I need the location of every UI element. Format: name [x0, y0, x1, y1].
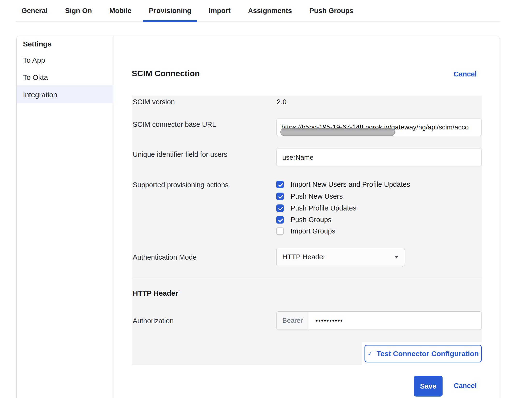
scim-settings-panel: SCIM version 2.0 SCIM connector base URL… — [132, 96, 482, 365]
checkbox-label: Import Groups — [291, 227, 335, 235]
checkbox-label: Push New Users — [291, 192, 343, 200]
test-connector-button-label: Test Connector Configuration — [377, 350, 479, 358]
section-divider — [132, 278, 482, 278]
base-url-visible-text: /gateway/ng/api/scim/acco — [389, 123, 469, 131]
provisioning-settings-page: General Sign On Mobile Provisioning Impo… — [0, 0, 532, 398]
checkbox-label: Push Groups — [291, 216, 331, 224]
http-header-section-title: HTTP Header — [133, 289, 178, 297]
checkbox-row-import-new-users[interactable]: Import New Users and Profile Updates — [276, 180, 410, 188]
base-url-label: SCIM connector base URL — [133, 120, 216, 128]
checkbox-row-import-groups[interactable]: Import Groups — [276, 227, 335, 235]
checkbox-import-new-users[interactable] — [276, 181, 284, 188]
checkbox-push-groups[interactable] — [276, 216, 284, 224]
tab-import[interactable]: Import — [203, 0, 236, 22]
checkbox-push-profile-updates[interactable] — [276, 204, 284, 212]
bearer-token-input[interactable]: •••••••••• — [309, 312, 481, 330]
check-icon: ✓ — [367, 350, 373, 357]
checkbox-row-push-groups[interactable]: Push Groups — [276, 216, 331, 224]
save-button[interactable]: Save — [414, 376, 443, 397]
tab-general[interactable]: General — [16, 0, 53, 22]
checkbox-label: Push Profile Updates — [291, 204, 356, 212]
sidebar-item-to-okta[interactable]: To Okta — [23, 73, 48, 82]
authorization-input-group: Bearer •••••••••• — [276, 311, 482, 330]
tab-assignments[interactable]: Assignments — [242, 0, 298, 22]
page-title: SCIM Connection — [132, 69, 200, 78]
auth-mode-select[interactable]: HTTP Header — [276, 248, 405, 266]
tab-mobile[interactable]: Mobile — [103, 0, 137, 22]
checkbox-push-new-users[interactable] — [276, 193, 284, 200]
sidebar-item-to-app[interactable]: To App — [23, 56, 45, 64]
provisioning-actions-label: Supported provisioning actions — [133, 181, 229, 189]
checkbox-import-groups[interactable] — [276, 227, 284, 235]
checkbox-row-push-profile-updates[interactable]: Push Profile Updates — [276, 204, 356, 212]
checkbox-row-push-new-users[interactable]: Push New Users — [276, 192, 343, 200]
tab-push-groups[interactable]: Push Groups — [304, 0, 359, 22]
tab-sign-on[interactable]: Sign On — [59, 0, 98, 22]
sidebar-item-integration[interactable]: Integration — [23, 91, 57, 99]
unique-id-label: Unique identifier field for users — [133, 150, 227, 158]
authorization-label: Authorization — [133, 317, 174, 325]
cancel-link-top[interactable]: Cancel — [454, 70, 477, 78]
base-url-input[interactable]: https://b5bd-195-19-67-148.ngrok.io/gate… — [276, 119, 482, 136]
unique-id-input[interactable]: userName — [276, 149, 482, 166]
test-connector-button[interactable]: ✓ Test Connector Configuration — [364, 345, 482, 362]
chevron-down-icon — [394, 256, 398, 258]
cancel-link-bottom[interactable]: Cancel — [454, 382, 477, 390]
scim-version-value: 2.0 — [277, 98, 286, 106]
auth-mode-value: HTTP Header — [282, 253, 325, 261]
scim-version-label: SCIM version — [133, 98, 175, 106]
checkbox-label: Import New Users and Profile Updates — [291, 180, 410, 188]
app-tab-bar: General Sign On Mobile Provisioning Impo… — [16, 0, 500, 22]
unique-id-value: userName — [277, 154, 313, 161]
bearer-prefix: Bearer — [277, 312, 309, 330]
sidebar-title: Settings — [23, 40, 51, 48]
auth-mode-label: Authentication Mode — [133, 253, 197, 261]
tab-provisioning[interactable]: Provisioning — [143, 0, 197, 22]
base-url-text: https://b5bd-195-19-67-148.ngrok.io/gate… — [277, 123, 469, 131]
test-connector-button-wrapper: ✓ Test Connector Configuration — [362, 342, 485, 365]
redaction-bar — [280, 128, 395, 136]
